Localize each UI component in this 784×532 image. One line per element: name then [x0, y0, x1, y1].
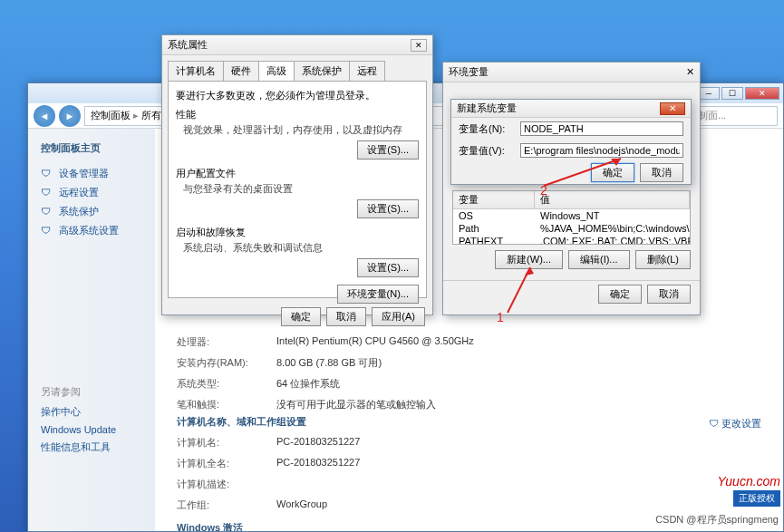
cancel-button[interactable]: 取消 [640, 163, 683, 182]
systype-value: 64 位操作系统 [276, 377, 340, 391]
link-action-center[interactable]: 操作中心 [41, 402, 155, 421]
startup-title: 启动和故障恢复 [176, 226, 419, 239]
tab-hardware[interactable]: 硬件 [223, 61, 259, 81]
section-computer-name: 计算机名称、域和工作组设置 [177, 415, 306, 429]
shield-icon: 🛡 [41, 187, 53, 199]
watermark-csdn: CSDN @程序员springmeng [655, 513, 779, 527]
compname-label: 计算机名: [177, 436, 276, 450]
breadcrumb-root[interactable]: 控制面板 [91, 109, 131, 122]
new-system-variable-dialog: 新建系统变量 ✕ 变量名(N): 变量值(V): 确定 取消 [450, 99, 692, 185]
minimize-button[interactable]: ─ [698, 87, 720, 100]
ok-button[interactable]: 确定 [598, 285, 642, 304]
dialog-title: 新建系统变量 [457, 102, 517, 115]
new-button[interactable]: 新建(W)... [495, 250, 563, 269]
tab-protection[interactable]: 系统保护 [294, 61, 350, 81]
tab-strip: 计算机名 硬件 高级 系统保护 远程 [162, 55, 432, 81]
sidebar-title: 控制面板主页 [41, 141, 155, 155]
env-variables-button[interactable]: 环境变量(N)... [337, 285, 419, 304]
ok-button[interactable]: 确定 [591, 163, 634, 182]
maximize-button[interactable]: ☐ [721, 87, 743, 100]
also-see-title: 另请参阅 [41, 385, 155, 399]
table-row: OSWindows_NT [453, 209, 690, 222]
pen-value: 没有可用于此显示器的笔或触控输入 [276, 398, 436, 411]
perf-desc: 视觉效果，处理器计划，内存使用，以及虚拟内存 [176, 123, 419, 137]
pen-label: 笔和触摸: [177, 398, 276, 411]
tab-computer-name[interactable]: 计算机名 [168, 61, 224, 81]
system-variables-table[interactable]: 变量值 OSWindows_NT Path%JAVA_HOME%\bin;C:\… [452, 190, 691, 245]
tab-remote[interactable]: 远程 [349, 61, 385, 81]
profile-title: 用户配置文件 [176, 167, 419, 180]
workgroup-value: WorkGroup [276, 498, 327, 512]
edit-button[interactable]: 编辑(I)... [568, 250, 630, 269]
dialog-titlebar: 新建系统变量 ✕ [451, 100, 691, 118]
apply-button[interactable]: 应用(A) [372, 307, 425, 326]
fullname-value: PC-201803251227 [276, 457, 360, 470]
admin-note: 要进行大多数更改，您必须作为管理员登录。 [176, 89, 419, 102]
sidebar-item-remote[interactable]: 🛡远程设置 [41, 183, 155, 202]
link-windows-update[interactable]: Windows Update [41, 421, 155, 438]
annotation-label-2: 2 [540, 183, 547, 198]
tab-advanced[interactable]: 高级 [258, 61, 295, 81]
var-value-label: 变量值(V): [459, 144, 513, 158]
sidebar: 控制面板主页 🛡设备管理器 🛡远程设置 🛡系统保护 🛡高级系统设置 另请参阅 操… [28, 129, 155, 531]
startup-settings-button[interactable]: 设置(S)... [357, 258, 419, 277]
shield-icon: 🛡 [41, 206, 53, 218]
back-button[interactable]: ◄ [34, 105, 55, 127]
close-button[interactable]: ✕ [686, 66, 694, 78]
cancel-button[interactable]: 取消 [326, 307, 366, 326]
dialog-title: 系统属性 [168, 38, 208, 52]
profile-settings-button[interactable]: 设置(S)... [357, 199, 419, 218]
perf-settings-button[interactable]: 设置(S)... [357, 140, 419, 160]
dialog-title: 环境变量 [449, 65, 489, 79]
shield-icon: 🛡 [41, 225, 53, 237]
link-performance[interactable]: 性能信息和工具 [41, 438, 155, 457]
close-button[interactable]: ✕ [660, 102, 685, 115]
col-variable[interactable]: 变量 [453, 191, 535, 208]
close-button[interactable]: ✕ [745, 87, 779, 100]
var-value-input[interactable] [520, 143, 683, 158]
delete-button[interactable]: 删除(L) [635, 250, 691, 269]
sidebar-item-device-manager[interactable]: 🛡设备管理器 [41, 164, 155, 183]
workgroup-label: 工作组: [177, 498, 276, 512]
perf-title: 性能 [176, 108, 419, 121]
cancel-button[interactable]: 取消 [647, 285, 691, 304]
col-value[interactable]: 值 [535, 191, 690, 208]
shield-icon: 🛡 [41, 168, 53, 180]
cpu-value: Intel(R) Pentium(R) CPU G4560 @ 3.50GHz [276, 335, 474, 349]
dialog-titlebar: 系统属性 ✕ [162, 35, 432, 55]
watermark-site: Yuucn.com [717, 474, 780, 488]
table-row: PATHEXT.COM;.EXE;.BAT;.CMD;.VBS;.VBE;... [453, 235, 690, 245]
systype-label: 系统类型: [177, 377, 276, 391]
startup-desc: 系统启动、系统失败和调试信息 [176, 241, 419, 255]
profile-desc: 与您登录有关的桌面设置 [176, 182, 419, 196]
shield-icon: 🛡 [709, 418, 719, 429]
tab-body: 要进行大多数更改，您必须作为管理员登录。 性能 视觉效果，处理器计划，内存使用，… [168, 81, 427, 298]
compdesc-label: 计算机描述: [177, 478, 276, 491]
change-settings-link[interactable]: 🛡 更改设置 [709, 417, 761, 430]
ram-label: 安装内存(RAM): [177, 356, 276, 370]
forward-button[interactable]: ► [59, 105, 81, 127]
dialog-titlebar: 环境变量 ✕ [443, 63, 700, 82]
desktop: ─ ☐ ✕ ◄ ► 控制面板 ▸ 所有控... ↻ 🔍 搜索控制面... 控制面… [0, 0, 784, 532]
var-name-label: 变量名(N): [459, 122, 513, 136]
compname-value: PC-201803251227 [276, 436, 360, 450]
sidebar-item-protection[interactable]: 🛡系统保护 [41, 202, 155, 221]
ram-value: 8.00 GB (7.88 GB 可用) [276, 356, 382, 370]
fullname-label: 计算机全名: [177, 457, 276, 470]
sidebar-item-advanced[interactable]: 🛡高级系统设置 [41, 221, 155, 240]
chevron-right-icon: ▸ [133, 110, 139, 121]
watermark-badge: 正版授权 [733, 490, 780, 507]
table-row: Path%JAVA_HOME%\bin;C:\windows\syst... [453, 222, 690, 235]
var-name-input[interactable] [520, 121, 683, 136]
cpu-label: 处理器: [177, 335, 276, 349]
system-properties-dialog: 系统属性 ✕ 计算机名 硬件 高级 系统保护 远程 要进行大多数更改，您必须作为… [161, 34, 433, 315]
annotation-label-1: 1 [497, 310, 504, 324]
ok-button[interactable]: 确定 [281, 307, 321, 326]
close-button[interactable]: ✕ [411, 39, 427, 52]
